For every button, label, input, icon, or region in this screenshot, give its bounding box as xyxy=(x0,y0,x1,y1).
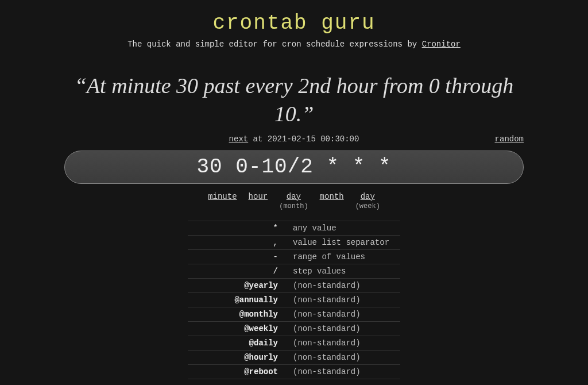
legend-description: (non-standard) xyxy=(288,324,400,333)
legend-description: (non-standard) xyxy=(288,281,400,290)
next-link[interactable]: next xyxy=(229,134,249,144)
cronitor-link[interactable]: Cronitor xyxy=(422,40,461,49)
cron-input-container xyxy=(64,151,524,184)
legend-symbol: / xyxy=(188,267,288,276)
legend-symbol: @monthly xyxy=(188,310,288,319)
field-label-text: day xyxy=(355,192,380,201)
field-label-text: day xyxy=(279,192,308,201)
legend-symbol: @hourly xyxy=(188,353,288,362)
legend-row[interactable]: @reboot(non-standard) xyxy=(188,364,400,379)
legend-description: any value xyxy=(288,224,400,233)
cron-input[interactable] xyxy=(65,155,523,179)
legend-symbol: - xyxy=(188,252,288,261)
field-label-text: hour xyxy=(249,192,268,201)
field-label[interactable]: month xyxy=(320,192,344,210)
field-labels: minutehourday(month)monthday(week) xyxy=(64,192,524,210)
next-line: next at 2021-02-15 00:30:00 random xyxy=(64,134,524,144)
legend-symbol: @daily xyxy=(188,338,288,348)
legend-symbol: , xyxy=(188,238,288,247)
legend-row[interactable]: @annually(non-standard) xyxy=(188,292,400,307)
legend-symbol: @yearly xyxy=(188,281,288,290)
legend-description: (non-standard) xyxy=(288,295,400,305)
legend-row[interactable]: -range of values xyxy=(188,249,400,264)
legend-row[interactable]: /step values xyxy=(188,264,400,278)
legend-row[interactable]: @weekly(non-standard) xyxy=(188,321,400,336)
human-description: “At minute 30 past every 2nd hour from 0… xyxy=(64,72,524,129)
field-label-sub: (week) xyxy=(355,202,380,210)
field-label[interactable]: hour xyxy=(249,192,268,210)
legend-description: (non-standard) xyxy=(288,310,400,319)
legend-row[interactable]: @monthly(non-standard) xyxy=(188,307,400,321)
field-label[interactable]: minute xyxy=(208,192,237,210)
legend-symbol: @annually xyxy=(188,295,288,305)
legend-symbol: @reboot xyxy=(188,367,288,376)
legend-description: range of values xyxy=(288,252,400,261)
legend-row[interactable]: @hourly(non-standard) xyxy=(188,350,400,364)
legend-description: (non-standard) xyxy=(288,367,400,376)
legend-symbol: * xyxy=(188,224,288,233)
next-time: at 2021-02-15 00:30:00 xyxy=(248,134,359,144)
legend-symbol: @weekly xyxy=(188,324,288,333)
legend-row[interactable]: *any value xyxy=(188,221,400,235)
page-subtitle: The quick and simple editor for cron sch… xyxy=(0,40,588,49)
page-title: crontab guru xyxy=(0,11,588,35)
field-label-text: month xyxy=(320,192,344,201)
legend-description: (non-standard) xyxy=(288,338,400,348)
legend-description: step values xyxy=(288,267,400,276)
legend-description: (non-standard) xyxy=(288,353,400,362)
field-label[interactable]: day(month) xyxy=(279,192,308,210)
field-label-text: minute xyxy=(208,192,237,201)
field-label[interactable]: day(week) xyxy=(355,192,380,210)
random-link[interactable]: random xyxy=(495,134,524,144)
subtitle-text: The quick and simple editor for cron sch… xyxy=(127,40,421,49)
field-label-sub: (month) xyxy=(279,202,308,210)
legend-row[interactable]: @yearly(non-standard) xyxy=(188,278,400,292)
legend-description: value list separator xyxy=(288,238,400,247)
legend-table: *any value,value list separator-range of… xyxy=(188,221,400,379)
legend-row[interactable]: @daily(non-standard) xyxy=(188,336,400,350)
legend-row[interactable]: ,value list separator xyxy=(188,235,400,249)
